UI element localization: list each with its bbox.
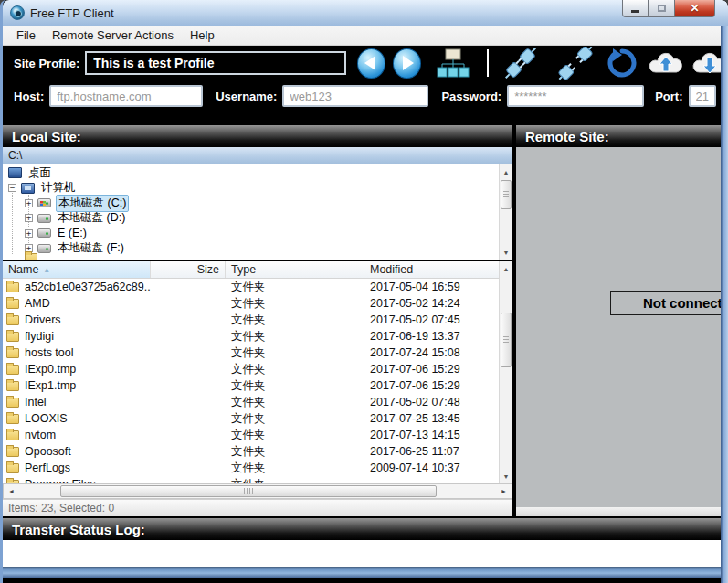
host-input[interactable] <box>49 85 203 107</box>
file-name: nvtom <box>25 429 56 441</box>
file-name: Drivers <box>25 313 61 326</box>
file-name: Intel <box>25 396 47 408</box>
folder-icon <box>6 398 19 408</box>
transfer-log-area[interactable] <box>3 540 728 567</box>
list-scroll-thumb[interactable] <box>501 313 512 367</box>
tree-item-label: 本地磁盘 (F:) <box>56 240 126 256</box>
file-row[interactable]: Program Files文件夹 <box>3 476 499 483</box>
tree-scrollbar[interactable]: ▲ ▼ <box>499 164 512 260</box>
expand-icon[interactable]: + <box>25 229 33 238</box>
file-row[interactable]: LOOXIS文件夹2017-07-25 13:45 <box>3 410 499 427</box>
main-panels: Local Site: C:\ 桌面−计算机+本地磁盘 (C:)+本地磁盘 (D… <box>3 125 728 516</box>
tree-item[interactable]: +本地磁盘 (F:) <box>3 241 499 257</box>
file-modified: 2017-05-02 14:24 <box>364 297 499 310</box>
file-row[interactable]: nvtom文件夹2017-07-13 14:15 <box>3 427 499 443</box>
file-row[interactable]: Intel文件夹2017-05-02 07:48 <box>3 394 499 410</box>
file-modified: 2017-07-25 13:45 <box>364 412 499 425</box>
scroll-right-icon[interactable]: ► <box>497 484 511 498</box>
folder-icon <box>6 315 19 325</box>
scroll-down-icon[interactable]: ▼ <box>500 246 512 259</box>
minimize-icon <box>631 10 639 13</box>
local-path-bar[interactable]: C:\ <box>3 147 512 164</box>
file-type: 文件夹 <box>226 313 364 328</box>
refresh-icon[interactable] <box>607 48 637 78</box>
tree-item[interactable]: +E (E:) <box>3 226 499 241</box>
column-header-modified[interactable]: Modified <box>364 261 499 278</box>
scroll-up-icon[interactable]: ▲ <box>500 165 512 178</box>
remote-site-body: Not connected <box>516 147 728 516</box>
file-modified: 2017-06-19 13:37 <box>364 330 499 343</box>
close-icon: ✕ <box>690 2 699 15</box>
menu-item-help[interactable]: Help <box>182 26 223 44</box>
tree-item[interactable]: −计算机 <box>3 181 499 196</box>
password-input[interactable] <box>507 85 644 107</box>
app-icon <box>10 5 25 20</box>
scroll-left-icon[interactable]: ◄ <box>5 484 18 498</box>
scroll-down-icon[interactable]: ▼ <box>500 470 512 482</box>
file-list-scrollbar[interactable]: ▲ ▼ <box>499 261 512 483</box>
sort-ascending-icon: ▲ <box>43 266 50 274</box>
tree-item[interactable]: +本地磁盘 (D:) <box>3 211 499 227</box>
tree-item-label: 本地磁盘 (D:) <box>56 210 127 226</box>
file-row[interactable]: flydigi文件夹2017-06-19 13:37 <box>3 328 499 344</box>
file-modified: 2017-07-13 14:15 <box>364 429 499 441</box>
tree-item-label: E (E:) <box>56 227 89 239</box>
column-header-size[interactable]: Size <box>151 261 226 278</box>
next-profile-button[interactable] <box>393 48 421 79</box>
previous-profile-button[interactable] <box>357 48 385 79</box>
file-modified: 2017-06-25 11:07 <box>364 445 499 458</box>
collapse-icon[interactable]: − <box>8 184 16 192</box>
scroll-up-icon[interactable]: ▲ <box>500 262 512 275</box>
local-tree-container: 桌面−计算机+本地磁盘 (C:)+本地磁盘 (D:)+E (E:)+本地磁盘 (… <box>3 164 512 260</box>
minimize-button[interactable] <box>622 0 649 17</box>
column-header-type[interactable]: Type <box>226 261 364 278</box>
tree-item-label: 桌面 <box>26 165 53 181</box>
username-input[interactable] <box>282 85 428 107</box>
title-bar[interactable]: Free FTP Client ✕ <box>3 0 728 26</box>
file-row[interactable]: Opoosoft文件夹2017-06-25 11:07 <box>3 443 499 460</box>
file-type: 文件夹 <box>226 477 364 484</box>
menu-item-remote-server-actions[interactable]: Remote Server Actions <box>44 26 182 44</box>
file-row[interactable]: Drivers文件夹2017-05-02 07:45 <box>3 312 499 328</box>
column-header-name[interactable]: Name ▲ <box>3 261 151 278</box>
horizontal-scrollbar[interactable]: ◄ ► <box>3 483 512 499</box>
file-row[interactable]: hosts tool文件夹2017-07-24 15:08 <box>3 344 499 361</box>
remote-site-header: Remote Site: <box>516 125 728 147</box>
maximize-button[interactable] <box>649 0 674 17</box>
port-input[interactable] <box>689 85 716 107</box>
file-row[interactable]: IExp0.tmp文件夹2017-07-06 15:29 <box>3 361 499 377</box>
file-row[interactable]: a52cb1e0e3725a62c89...文件夹2017-05-04 16:5… <box>3 279 499 295</box>
upload-icon[interactable] <box>648 50 684 76</box>
tree-scroll-thumb[interactable] <box>501 180 512 209</box>
folder-icon <box>6 332 19 342</box>
tree-item[interactable]: 桌面 <box>3 165 499 181</box>
local-site-panel: Local Site: C:\ 桌面−计算机+本地磁盘 (C:)+本地磁盘 (D… <box>3 125 512 516</box>
window-right-border <box>721 26 728 583</box>
folder-icon <box>6 381 19 391</box>
file-modified: 2017-05-04 16:59 <box>364 281 499 293</box>
tree-item-partial[interactable] <box>3 251 43 260</box>
file-type: 文件夹 <box>226 362 364 377</box>
connect-icon[interactable] <box>501 47 540 80</box>
close-button[interactable]: ✕ <box>674 0 715 17</box>
folder-icon <box>6 365 19 375</box>
file-modified: 2017-05-02 07:48 <box>364 396 499 408</box>
local-site-header: Local Site: <box>3 125 512 147</box>
menu-item-file[interactable]: File <box>8 26 44 44</box>
file-row[interactable]: AMD文件夹2017-05-02 14:24 <box>3 295 499 312</box>
expand-icon[interactable]: + <box>25 199 33 207</box>
file-row[interactable]: PerfLogs文件夹2009-07-14 10:37 <box>3 460 499 476</box>
site-profile-input[interactable] <box>85 51 346 75</box>
file-type: 文件夹 <box>226 411 364 427</box>
file-row[interactable]: IExp1.tmp文件夹2017-07-06 15:29 <box>3 377 499 394</box>
expand-icon[interactable]: + <box>25 214 33 222</box>
horizontal-scroll-thumb[interactable] <box>60 485 437 497</box>
maximize-icon <box>658 5 666 12</box>
drive-icon <box>37 214 51 223</box>
disconnect-icon[interactable] <box>556 47 595 80</box>
menu-bar: FileRemote Server ActionsHelp <box>3 26 728 46</box>
folder-icon <box>25 253 37 260</box>
site-manager-icon[interactable] <box>436 48 470 79</box>
tree-item[interactable]: +本地磁盘 (C:) <box>3 196 499 211</box>
folder-icon <box>6 348 19 358</box>
